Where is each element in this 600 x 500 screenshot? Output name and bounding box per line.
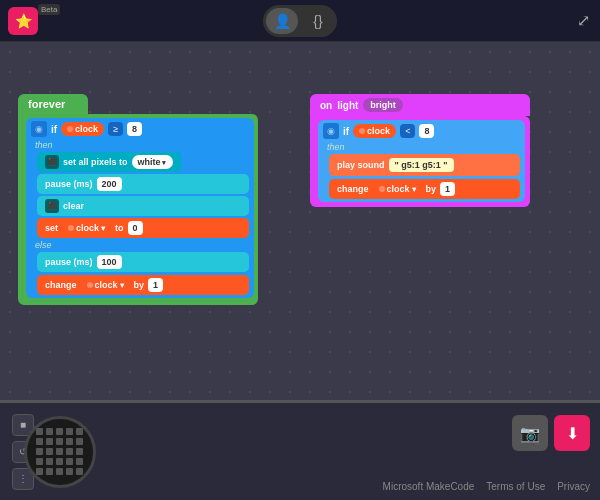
footer-links: Microsoft MakeCode Terms of Use Privacy (383, 481, 590, 492)
set-pixels-block[interactable]: ⬛ set all pixels to white (37, 152, 181, 172)
led-1-3 (66, 438, 73, 445)
led-0-1 (46, 428, 53, 435)
op-pill-lt[interactable]: < (400, 124, 415, 138)
change-value-1b[interactable]: 1 (440, 182, 455, 196)
set-clock-block[interactable]: set clock ▾ to 0 (37, 218, 249, 238)
clock-pill-set[interactable]: clock ▾ (62, 221, 111, 235)
change-clock-block-right[interactable]: change clock ▾ by 1 (329, 179, 520, 199)
pause-block-100[interactable]: pause (ms) 100 (37, 252, 249, 272)
if-circle-icon: ◉ (35, 124, 43, 134)
led-3-2 (56, 458, 63, 465)
led-4-1 (46, 468, 53, 475)
pixels-icon: ⬛ (45, 155, 59, 169)
led-3-3 (66, 458, 73, 465)
led-0-2 (56, 428, 63, 435)
forever-block[interactable]: forever ◉ if clock ≥ 8 then (18, 94, 258, 305)
led-3-1 (46, 458, 53, 465)
led-4-4 (76, 468, 83, 475)
op-pill-gte[interactable]: ≥ (108, 122, 123, 136)
led-1-2 (56, 438, 63, 445)
led-4-3 (66, 468, 73, 475)
set-pixels-label: set all pixels to (63, 157, 128, 167)
clock-pill-forever-if[interactable]: clock (61, 122, 104, 136)
led-4-0 (36, 468, 43, 475)
then-body: ⬛ set all pixels to white pause (ms) 200… (31, 152, 249, 238)
clear-icon: ⬛ (45, 199, 59, 213)
clock-dot-2 (68, 225, 74, 231)
by-label-right: by (426, 184, 437, 194)
pause-value-100[interactable]: 100 (97, 255, 122, 269)
set-value-0[interactable]: 0 (128, 221, 143, 235)
on-light-block[interactable]: on light bright ◉ if clock < 8 t (310, 94, 530, 207)
terms-of-use-link[interactable]: Terms of Use (486, 481, 545, 492)
on-label: on (320, 100, 332, 111)
clock-pill-change-right[interactable]: clock ▾ (373, 182, 422, 196)
led-3-4 (76, 458, 83, 465)
color-value[interactable]: white (132, 155, 173, 169)
clock-label-change-right: clock (387, 184, 410, 194)
stop-icon: ■ (20, 419, 26, 430)
clock-dot-change-right (379, 186, 385, 192)
pause-label-100: pause (ms) (45, 257, 93, 267)
value-pill-8b[interactable]: 8 (419, 124, 434, 138)
if-icon-right: ◉ (323, 123, 339, 139)
by-label-forever: by (134, 280, 145, 290)
on-light-header: on light bright (310, 94, 530, 116)
bottom-panel: ■ ↺ ⋮ (0, 400, 600, 500)
clock-arrow-icon: ▾ (101, 224, 105, 233)
value-pill-8a[interactable]: 8 (127, 122, 142, 136)
clock-dot (67, 126, 73, 132)
to-label: to (115, 223, 124, 233)
led-4-2 (56, 468, 63, 475)
then-label-1: then (35, 140, 249, 150)
code-tab[interactable]: {} (302, 8, 334, 34)
clock-pill-change-forever[interactable]: clock ▾ (81, 278, 130, 292)
right-action-buttons: 📷 ⬇ (512, 415, 590, 451)
led-grid (36, 428, 84, 476)
logo: ⭐ (8, 7, 38, 35)
else-body: pause (ms) 100 change clock ▾ by 1 (31, 252, 249, 295)
led-1-4 (76, 438, 83, 445)
led-1-0 (36, 438, 43, 445)
header: ⭐ Beta 👤 {} ⤢ (0, 0, 600, 42)
led-2-4 (76, 448, 83, 455)
clear-block[interactable]: ⬛ clear (37, 196, 249, 216)
if-block-right[interactable]: ◉ if clock < 8 then play sound " g5:1 g5… (318, 120, 525, 202)
led-0-4 (76, 428, 83, 435)
if-icon: ◉ (31, 121, 47, 137)
bright-pill[interactable]: bright (363, 98, 403, 112)
then-label-right: then (327, 142, 520, 152)
blocks-tab[interactable]: 👤 (266, 8, 298, 34)
screenshot-button[interactable]: 📷 (512, 415, 548, 451)
export-button[interactable]: ⤢ (577, 11, 590, 30)
pause-value-200[interactable]: 200 (97, 177, 122, 191)
else-label: else (35, 240, 249, 250)
then-body-right: play sound " g5:1 g5:1 " change clock ▾ … (323, 154, 520, 199)
clock-arrow3-icon: ▾ (412, 185, 416, 194)
if-block-forever[interactable]: ◉ if clock ≥ 8 then ⬛ set all pixels to (26, 118, 254, 298)
clock-pill-right[interactable]: clock (353, 124, 396, 138)
microbit-device (24, 416, 96, 488)
download-icon: ⬇ (566, 424, 579, 443)
change-value-1a[interactable]: 1 (148, 278, 163, 292)
led-0-0 (36, 428, 43, 435)
privacy-link[interactable]: Privacy (557, 481, 590, 492)
logo-icon: ⭐ (15, 13, 32, 29)
led-2-2 (56, 448, 63, 455)
download-button[interactable]: ⬇ (554, 415, 590, 451)
view-toggle: 👤 {} (263, 5, 337, 37)
change-clock-block-forever[interactable]: change clock ▾ by 1 (37, 275, 249, 295)
clock-arrow2-icon: ▾ (120, 281, 124, 290)
forever-label: forever (18, 94, 88, 114)
sound-string-value[interactable]: " g5:1 g5:1 " (389, 158, 454, 172)
makecode-link[interactable]: Microsoft MakeCode (383, 481, 475, 492)
clear-label: clear (63, 201, 84, 211)
camera-icon: 📷 (520, 424, 540, 443)
led-2-1 (46, 448, 53, 455)
play-sound-block[interactable]: play sound " g5:1 g5:1 " (329, 154, 520, 176)
led-1-1 (46, 438, 53, 445)
led-0-3 (66, 428, 73, 435)
pause-block-200[interactable]: pause (ms) 200 (37, 174, 249, 194)
beta-badge: Beta (38, 4, 60, 15)
more-icon: ⋮ (18, 473, 28, 484)
